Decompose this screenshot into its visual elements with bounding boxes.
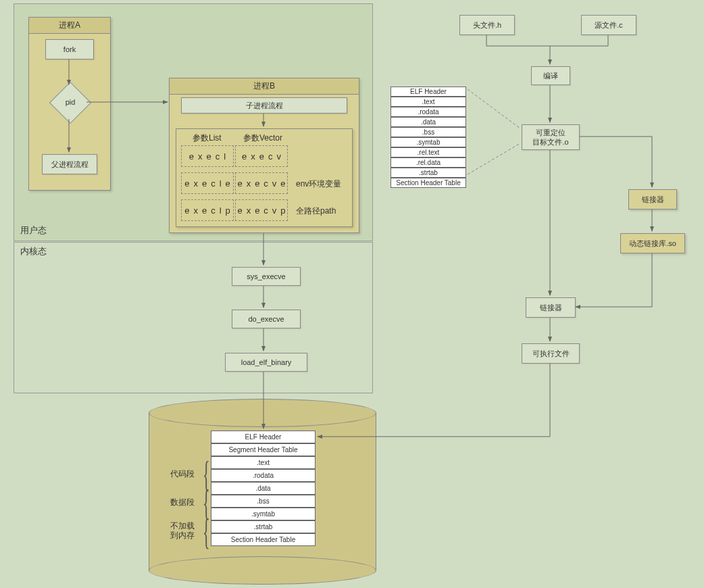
- header-file-node: 头文件.h: [459, 15, 515, 35]
- obj-file-node: 可重定位目标文件.o: [522, 124, 580, 150]
- process-b-title: 进程B: [170, 78, 359, 95]
- elf-small-row: .rel.text: [391, 147, 466, 157]
- kernel-panel: [14, 242, 373, 393]
- sys-execve-node: sys_execve: [232, 267, 301, 286]
- brace-icon: {: [203, 510, 210, 553]
- compile-node: 编译: [531, 66, 570, 85]
- elf-small-row: .bss: [391, 127, 466, 137]
- elf-small-row: .rodata: [391, 107, 466, 117]
- col-list-label: 参数List: [193, 132, 222, 144]
- elf-small-row: .text: [391, 97, 466, 107]
- elf-big-row: Section Header Table: [211, 533, 316, 546]
- pid-label: pid: [57, 98, 84, 106]
- linker2-node: 链接器: [526, 297, 576, 318]
- load-elf-node: load_elf_binary: [225, 353, 307, 372]
- elf-small-row: .rel.data: [391, 157, 466, 168]
- process-a-title: 进程A: [29, 18, 110, 34]
- dso-node: 动态链接库.so: [620, 233, 685, 253]
- execlp-cell: execlp: [181, 199, 234, 221]
- do-execve-node: do_execve: [232, 310, 301, 328]
- elf-big-row: .rodata: [211, 469, 316, 482]
- execve-cell: execve: [235, 172, 288, 194]
- elf-small-row: .data: [391, 117, 466, 127]
- elf-big-row: .symtab: [211, 508, 316, 520]
- parent-flow-node: 父进程流程: [42, 154, 97, 174]
- linker1-node: 链接器: [628, 189, 677, 210]
- user-label: 用户态: [20, 224, 47, 237]
- elf-big-row: .data: [211, 482, 316, 495]
- elf-big-row: .text: [211, 456, 316, 469]
- source-file-node: 源文件.c: [581, 15, 636, 35]
- execvp-cell: execvp: [235, 199, 288, 221]
- elf-big-table: ELF Header Segment Header Table .text .r…: [211, 431, 316, 546]
- path-label: 全路径path: [296, 205, 336, 217]
- elf-big-row: Segment Header Table: [211, 443, 316, 456]
- elf-big-row: ELF Header: [211, 431, 316, 443]
- elf-small-row: Section Header Table: [391, 178, 466, 188]
- elf-small-row: .strtab: [391, 168, 466, 178]
- child-flow-node: 子进程流程: [181, 97, 347, 114]
- execv-cell: execv: [235, 145, 288, 167]
- elf-small-table: ELF Header .text .rodata .data .bss .sym…: [391, 87, 466, 188]
- fork-node: fork: [45, 39, 94, 59]
- env-label: env环境变量: [296, 178, 341, 190]
- codeseg-label: 代码段: [170, 468, 195, 480]
- dataseg-label: 数据段: [170, 497, 195, 508]
- exe-node: 可执行文件: [522, 343, 580, 364]
- execle-cell: execle: [181, 172, 234, 194]
- execl-cell: execl: [181, 145, 234, 167]
- elf-big-row: .bss: [211, 495, 316, 508]
- noload-label2: 到内存: [170, 530, 195, 541]
- col-vector-label: 参数Vector: [243, 132, 282, 144]
- elf-small-row: ELF Header: [391, 87, 466, 97]
- elf-small-row: .symtab: [391, 137, 466, 147]
- kernel-label: 内核态: [20, 245, 47, 258]
- elf-big-row: .strtab: [211, 520, 316, 533]
